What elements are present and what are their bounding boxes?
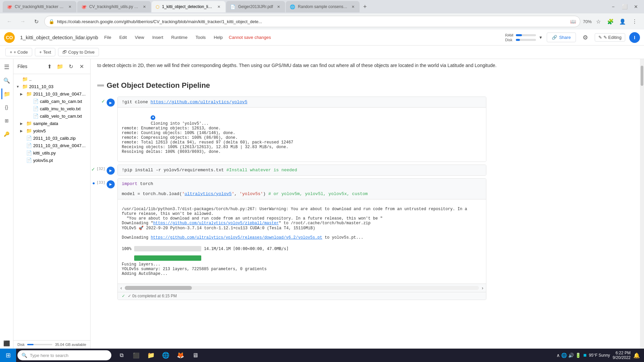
tab-close-icon[interactable]: ✕	[276, 4, 281, 9]
taskbar-app-3[interactable]: 🌐	[160, 349, 172, 361]
cell-margin: ● [33] ▶	[97, 178, 117, 188]
list-item[interactable]: ▶ 📁 yolov5	[13, 127, 90, 134]
new-tab-button[interactable]: +	[360, 2, 370, 11]
tab-close-icon[interactable]: ✕	[67, 4, 72, 9]
editing-button[interactable]: ✎ ✎ Editing	[595, 33, 625, 42]
resource-dropdown[interactable]: ▼	[539, 35, 543, 40]
cell-run-button[interactable]: ▶	[107, 167, 115, 175]
code-link[interactable]: https://github.com/ultralytics/yolov5	[151, 100, 248, 105]
menu-file[interactable]: File	[101, 34, 115, 41]
taskbar-app-4[interactable]: 🦊	[174, 349, 186, 361]
menu-edit[interactable]: Edit	[116, 34, 130, 41]
cell-code[interactable]: !pip install -r yolov5/requirements.txt …	[118, 165, 486, 175]
maximize-button[interactable]: ⬜	[619, 1, 630, 12]
taskbar-search[interactable]: 🔍 Type here to search	[17, 350, 111, 360]
task-view-button[interactable]: ⧉	[115, 349, 127, 361]
list-item[interactable]: 📄 calib_velo_to_cam.txt	[13, 112, 90, 120]
variables-button[interactable]: ⊞	[1, 115, 12, 126]
avatar[interactable]: I	[629, 32, 640, 43]
taskbar-app-5[interactable]: 🖥	[189, 349, 201, 361]
taskbar-app-1[interactable]: ⬛	[130, 349, 142, 361]
list-item[interactable]: 📄 2011_10_03_drive_0047_sync.zip	[13, 142, 90, 149]
tab-wiki[interactable]: 🌐 Random sample consensus... ✕	[286, 1, 360, 12]
tab-cv-tracker[interactable]: 🐙 CV_tracking/kitti_tracker at m... ✕	[3, 1, 76, 12]
search-sidebar-button[interactable]: 🔍	[1, 75, 12, 86]
extensions-button[interactable]: 🧩	[605, 16, 616, 27]
tab-close-icon[interactable]: ✕	[142, 4, 147, 9]
menu-tools[interactable]: Tools	[192, 34, 209, 41]
start-button[interactable]: ⊞	[0, 349, 16, 362]
scroll-track[interactable]	[125, 286, 479, 290]
code-snippets-button[interactable]: {}	[1, 102, 12, 113]
secrets-button[interactable]: 🔑	[1, 129, 12, 139]
minimize-button[interactable]: −	[608, 1, 619, 12]
cell-code[interactable]: !git clone https://github.com/ultralytic…	[118, 97, 486, 107]
settings-button[interactable]: ⚙	[580, 32, 591, 43]
tab-close-icon[interactable]: ✕	[216, 4, 221, 9]
text-label: Text	[43, 50, 51, 55]
disk-bar-bg	[516, 39, 536, 41]
tray-up-arrow[interactable]: ∧	[556, 353, 560, 358]
list-item[interactable]: 📄 2011_10_03_calib.zip	[13, 134, 90, 142]
scroll-right-arrow[interactable]: ›	[479, 285, 486, 291]
tab-colab[interactable]: ⬡ 1_kitti_object_detection_lidar... ✕	[152, 1, 225, 12]
new-folder-button[interactable]: 📁	[55, 62, 65, 71]
right-scrollbar[interactable]	[640, 59, 644, 349]
colab-logo[interactable]: CO	[4, 32, 15, 43]
back-button[interactable]: ←	[4, 16, 15, 27]
refresh-files-button[interactable]: ↻	[66, 62, 75, 71]
copy-to-drive-button[interactable]: 🗗 Copy to Drive	[58, 48, 99, 56]
disk-label-text: Disk	[17, 343, 24, 347]
list-item[interactable]: 📄 kitti_utils.py	[13, 149, 90, 157]
cell-margin: ✓ ▶	[97, 97, 117, 107]
cell-output: ● Cloning into 'yolov5'... remote: Enume…	[118, 107, 486, 162]
list-item[interactable]: 📄 yolov5s.pt	[13, 157, 90, 164]
tab-pdf[interactable]: 📄 Geiger2013IJRr.pdf ✕	[226, 1, 285, 12]
model-link[interactable]: https://github.com/ultralytics/yolov5/re…	[151, 235, 322, 240]
plus-icon: +	[39, 50, 42, 55]
forward-button[interactable]: →	[17, 16, 28, 27]
list-item[interactable]: 📄 calib_imu_to_velo.txt	[13, 105, 90, 112]
editing-label: ✎ Editing	[603, 35, 622, 40]
list-item[interactable]: ▶ 📁 sample_data	[13, 120, 90, 127]
hub-link[interactable]: ultralytics/yolov5	[184, 191, 231, 196]
cell-code[interactable]: import torch model = torch.hub.load('ult…	[118, 179, 486, 199]
section-heading-container: ▬ Get Object Detection Pipeline	[97, 76, 627, 93]
menu-view[interactable]: View	[131, 34, 148, 41]
code-text: !pip install -r yolov5/requirements.txt	[122, 168, 224, 173]
notification-button[interactable]: 🔔	[633, 352, 640, 359]
terminal-button[interactable]: ⬛	[1, 338, 12, 349]
list-item[interactable]: 📁 ..	[13, 75, 90, 83]
upload-file-button[interactable]: ⬆	[45, 62, 54, 71]
cell-number: [32]	[97, 167, 106, 171]
close-window-button[interactable]: ✕	[631, 1, 641, 12]
tab-kitti-utils[interactable]: 🐙 CV_tracking/kitti_utils.py at ... ✕	[77, 1, 151, 12]
zip-link[interactable]: https://github.com/ultralytics/yolov5/zi…	[153, 221, 279, 226]
cell-run-button[interactable]: ▶	[107, 180, 115, 188]
menu-insert[interactable]: Insert	[149, 34, 167, 41]
chevron-right-icon: ▶	[20, 122, 25, 125]
add-code-button[interactable]: + + Code	[5, 48, 32, 56]
reader-icon: 📖	[570, 19, 576, 24]
share-button[interactable]: 🔗 Share	[547, 33, 576, 42]
add-text-button[interactable]: + Text	[35, 48, 55, 56]
scroll-left-arrow[interactable]: ‹	[118, 285, 125, 291]
tab-close-icon[interactable]: ✕	[350, 4, 356, 9]
menu-help[interactable]: Help	[210, 34, 226, 41]
ram-disk-bars: RAM Disk	[505, 33, 536, 42]
hamburger-button[interactable]: ☰	[1, 62, 12, 72]
code-line: import torch	[122, 181, 482, 186]
list-item[interactable]: ▶ 📁 2011_10_03_drive_0047_sync	[13, 90, 90, 98]
bookmark-button[interactable]: ☆	[593, 16, 604, 27]
list-item[interactable]: 📄 calib_cam_to_cam.txt	[13, 98, 90, 105]
address-bar[interactable]: 🔒 https://colab.research.google.com/gith…	[44, 16, 580, 27]
close-files-button[interactable]: ✕	[77, 62, 86, 71]
profile-button[interactable]: 👤	[617, 16, 628, 27]
browser-menu-button[interactable]: ⋮	[629, 16, 640, 27]
cell-run-button[interactable]: ▶	[107, 99, 115, 107]
refresh-button[interactable]: ↻	[31, 16, 42, 27]
taskbar-app-2[interactable]: 📁	[145, 349, 157, 361]
menu-runtime[interactable]: Runtime	[168, 34, 191, 41]
list-item[interactable]: ▼ 📁 2011_10_03	[13, 83, 90, 90]
files-sidebar-button[interactable]: 📁	[1, 88, 12, 99]
